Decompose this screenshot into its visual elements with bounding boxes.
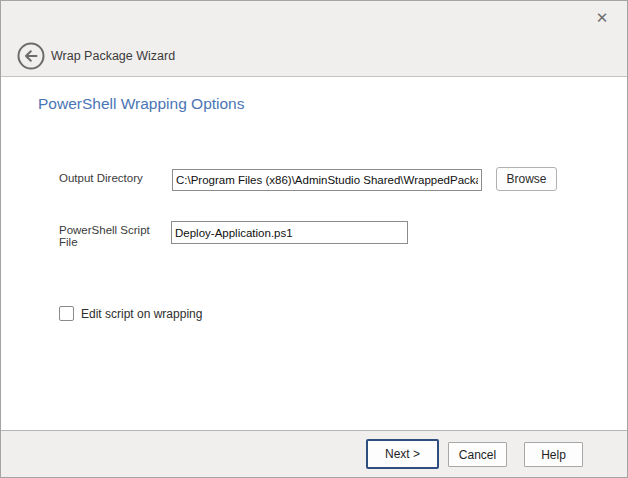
wizard-header: ✕ Wrap Package Wizard: [1, 1, 627, 77]
output-directory-label: Output Directory: [59, 169, 172, 184]
close-button[interactable]: ✕: [590, 6, 614, 30]
output-directory-input[interactable]: [172, 169, 482, 191]
edit-script-row: Edit script on wrapping: [59, 306, 202, 321]
close-icon: ✕: [596, 9, 609, 26]
next-button[interactable]: Next >: [366, 439, 439, 469]
help-button[interactable]: Help: [524, 442, 583, 467]
cancel-button[interactable]: Cancel: [448, 442, 507, 467]
script-file-label: PowerShell Script File: [59, 221, 171, 248]
wizard-footer: Next > Cancel Help: [1, 430, 627, 477]
wrap-package-wizard-dialog: ✕ Wrap Package Wizard PowerShell Wrappin…: [0, 0, 628, 478]
wizard-page-content: PowerShell Wrapping Options Output Direc…: [1, 77, 627, 432]
script-file-input[interactable]: [171, 221, 408, 244]
wizard-title: Wrap Package Wizard: [51, 49, 175, 63]
wizard-header-row: Wrap Package Wizard: [17, 42, 175, 70]
page-title: PowerShell Wrapping Options: [38, 95, 245, 113]
back-button[interactable]: [17, 42, 45, 70]
output-directory-row: Output Directory Browse: [59, 169, 557, 191]
edit-script-checkbox[interactable]: [59, 306, 74, 321]
back-arrow-icon: [17, 42, 45, 70]
browse-button[interactable]: Browse: [496, 167, 557, 191]
script-file-row: PowerShell Script File: [59, 221, 408, 248]
edit-script-label: Edit script on wrapping: [81, 307, 202, 321]
